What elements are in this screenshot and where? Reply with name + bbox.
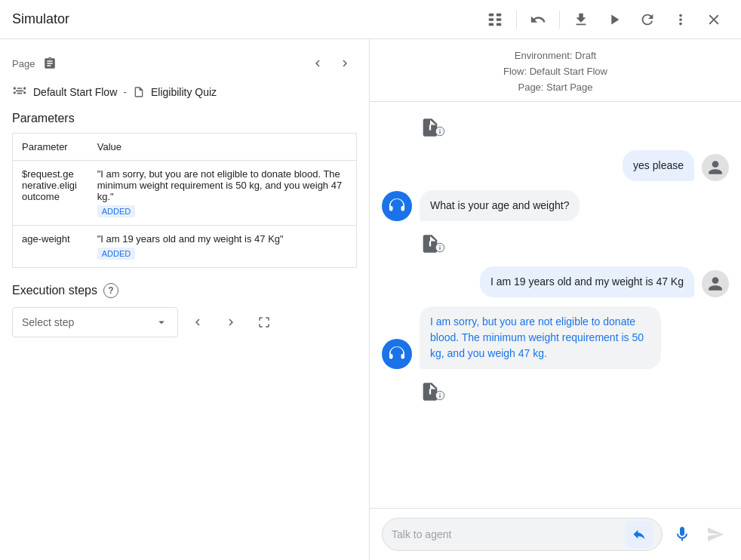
next-page-btn[interactable] [333, 51, 357, 75]
env-line3: Page: Start Page [370, 80, 741, 96]
svg-rect-1 [497, 13, 501, 16]
bot-avatar-1 [382, 191, 412, 221]
play-btn[interactable] [599, 5, 629, 35]
separator: - [123, 86, 127, 98]
param-cell-1: $request.generative.eligi outcome [13, 161, 88, 226]
table-row: $request.generative.eligi outcome "I am … [13, 161, 357, 226]
prev-page-btn[interactable] [306, 51, 330, 75]
undo-btn[interactable] [523, 5, 553, 35]
page-name: Eligibility Quiz [151, 86, 217, 98]
flow-name: Default Start Flow [33, 86, 117, 98]
chat-input-box: Talk to agent [382, 518, 663, 551]
grid-icon [487, 11, 503, 28]
added-badge-2: ADDED [97, 248, 136, 260]
step-prev-btn[interactable] [184, 309, 211, 336]
send-icon [706, 525, 724, 543]
chevron-left-icon [311, 57, 324, 70]
svg-point-7 [23, 87, 26, 89]
refresh-btn[interactable] [632, 5, 663, 35]
toolbar-divider-1 [516, 11, 517, 29]
doc-info-row-bottom [382, 378, 729, 405]
mic-btn[interactable] [669, 521, 696, 548]
step-next-btn[interactable] [217, 309, 244, 336]
bot-avatar-ai: ✦ [382, 339, 412, 369]
download-icon [573, 11, 589, 28]
download-btn[interactable] [566, 5, 596, 35]
flow-icon [12, 85, 27, 100]
value-header: Value [88, 134, 357, 161]
grid-icon-btn[interactable] [480, 5, 510, 35]
doc-info-row-top [382, 114, 729, 141]
clipboard-icon [43, 57, 57, 70]
svg-rect-3 [497, 18, 501, 21]
svg-rect-4 [489, 23, 493, 26]
value-cell-1: "I am sorry, but you are not eligible to… [88, 161, 357, 226]
undo-icon [530, 11, 546, 28]
param-value-2: "I am 19 years old and my weight is 47 K… [97, 233, 284, 245]
message-row-bot-ai: ✦ I am sorry, but you are not eligible t… [382, 306, 729, 369]
close-btn[interactable] [699, 5, 729, 35]
app-title: Simulator [12, 11, 69, 27]
toolbar-divider-2 [559, 11, 560, 29]
chevron-right-step-icon [224, 315, 238, 329]
chat-input-area: Talk to agent [370, 508, 741, 560]
info-overlay-icon-bottom [435, 390, 445, 401]
user-message-2: I am 19 years old and my weight is 47 Kg [480, 266, 694, 297]
main-content: Page [0, 39, 741, 560]
left-panel: Page [0, 39, 370, 560]
help-icon[interactable]: ? [103, 283, 118, 298]
chevron-left-step-icon [191, 315, 204, 329]
value-cell-2: "I am 19 years old and my weight is 47 K… [88, 226, 357, 268]
param-cell-2: age-weight [13, 226, 88, 268]
env-line1: Environment: Draft [370, 48, 741, 64]
login-icon [632, 527, 647, 542]
table-row: age-weight "I am 19 years old and my wei… [13, 226, 357, 268]
person-icon-2 [707, 275, 724, 292]
toolbar: Simulator [0, 0, 741, 39]
message-row-bot-1: What is your age and weight? [382, 190, 729, 221]
params-table: Parameter Value $request.generative.elig… [12, 133, 357, 268]
clipboard-btn[interactable] [39, 53, 60, 74]
sparkle-icon: ✦ [407, 336, 415, 347]
person-icon-1 [707, 159, 724, 176]
step-controls: Select step [12, 307, 357, 337]
import-btn[interactable] [626, 521, 653, 548]
doc-info-row-mid [382, 230, 729, 257]
svg-point-6 [14, 87, 16, 89]
more-btn[interactable] [666, 5, 696, 35]
bot-message-1: What is your age and weight? [420, 190, 580, 221]
added-badge-1: ADDED [97, 205, 136, 217]
send-btn[interactable] [702, 521, 729, 548]
step-select-text: Select step [22, 316, 74, 328]
svg-point-9 [23, 91, 26, 94]
chevron-right-icon [338, 57, 352, 70]
svg-rect-0 [489, 13, 493, 16]
svg-rect-5 [497, 23, 501, 26]
page-title-row: Default Start Flow - Eligibility Quiz [12, 85, 357, 100]
exec-section-header: Execution steps ? [12, 283, 357, 298]
info-overlay-icon-top [435, 126, 445, 137]
page-section-label: Page [12, 58, 35, 69]
close-icon [706, 11, 722, 28]
page-nav-icons [306, 51, 357, 75]
focus-btn[interactable] [251, 309, 278, 336]
chat-messages: yes please What is your age and weight? [370, 102, 741, 508]
dropdown-arrow-icon [155, 315, 168, 329]
toolbar-actions [480, 5, 729, 35]
params-label: Parameters [12, 112, 357, 125]
svg-rect-2 [489, 18, 493, 21]
user-avatar-1 [702, 154, 729, 181]
message-row-user-1: yes please [382, 150, 729, 181]
chat-info: Environment: Draft Flow: Default Start F… [370, 39, 741, 102]
step-select[interactable]: Select step [12, 307, 178, 337]
param-header: Parameter [13, 134, 88, 161]
focus-icon [257, 315, 271, 329]
user-message-1: yes please [623, 150, 694, 181]
user-avatar-2 [702, 270, 729, 297]
headphone-icon-ai [389, 346, 405, 362]
refresh-icon [639, 11, 656, 28]
play-icon [606, 11, 623, 28]
bot-ai-message: I am sorry, but you are not eligible to … [420, 306, 661, 369]
mic-icon [673, 525, 691, 543]
param-value-1: "I am sorry, but you are not eligible to… [97, 168, 342, 202]
